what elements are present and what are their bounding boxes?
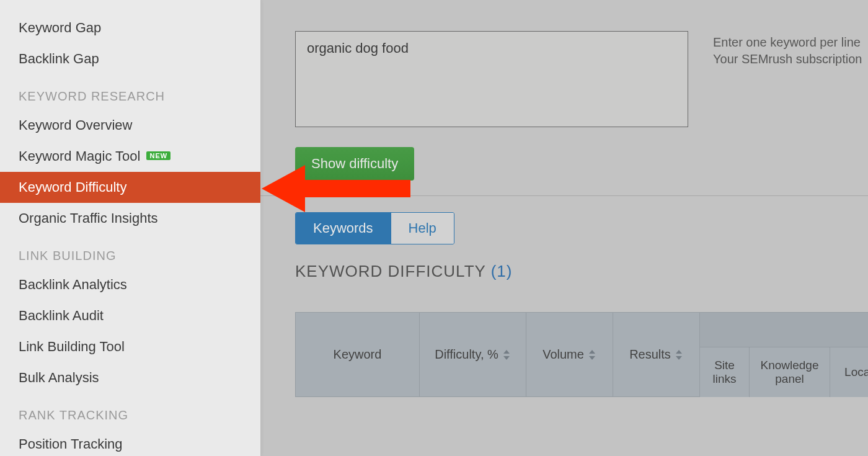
th-serp-features-group — [700, 313, 868, 347]
section-divider — [260, 195, 868, 196]
sidebar-item-keyword-overview[interactable]: Keyword Overview — [0, 110, 260, 141]
th-label: Local pack — [844, 365, 868, 379]
th-knowledge-panel[interactable]: Knowledge panel — [750, 347, 830, 397]
th-site-links[interactable]: Site links — [700, 347, 750, 397]
sidebar-item-link-building-tool[interactable]: Link Building Tool — [0, 331, 260, 362]
tab-keywords[interactable]: Keywords — [296, 213, 391, 244]
th-label: Knowledge panel — [753, 359, 826, 386]
sidebar-item-backlink-gap[interactable]: Backlink Gap — [0, 43, 260, 74]
sidebar-section-keyword-research: KEYWORD RESEARCH — [0, 74, 260, 110]
th-label: Keyword — [334, 347, 382, 362]
sidebar-item-label: Position Tracking — [19, 436, 123, 452]
sidebar-item-label: Backlink Analytics — [19, 277, 127, 293]
sidebar-item-backlink-audit[interactable]: Backlink Audit — [0, 300, 260, 331]
sidebar-item-label: Keyword Gap — [19, 20, 101, 36]
sidebar-item-label: Backlink Gap — [19, 51, 99, 67]
new-badge: new — [146, 151, 170, 160]
th-keyword[interactable]: Keyword — [296, 313, 420, 397]
hint-line-2: Your SEMrush subscription — [713, 51, 862, 68]
sort-icon — [502, 349, 511, 360]
section-title-text: KEYWORD DIFFICULTY — [295, 262, 485, 280]
th-label: Difficulty, % — [435, 347, 498, 362]
sidebar-item-keyword-difficulty[interactable]: Keyword Difficulty — [0, 172, 260, 203]
th-volume[interactable]: Volume — [526, 313, 613, 397]
sidebar-item-organic-traffic-insights[interactable]: Organic Traffic Insights — [0, 203, 260, 234]
sort-icon — [588, 349, 596, 360]
keywords-textarea[interactable] — [295, 31, 688, 127]
sidebar-item-bulk-analysis[interactable]: Bulk Analysis — [0, 362, 260, 393]
th-local-pack[interactable]: Local pack — [830, 347, 868, 397]
sidebar-item-backlink-analytics[interactable]: Backlink Analytics — [0, 269, 260, 300]
tabs: Keywords Help — [295, 212, 454, 244]
sidebar-item-position-tracking[interactable]: Position Tracking — [0, 429, 260, 456]
sidebar-item-label: Link Building Tool — [19, 339, 125, 355]
sidebar-item-label: Organic Traffic Insights — [19, 210, 158, 226]
sidebar-section-link-building: LINK BUILDING — [0, 234, 260, 269]
th-label: Volume — [542, 347, 584, 362]
sidebar-item-keyword-gap[interactable]: Keyword Gap — [0, 12, 260, 43]
th-label: Site links — [704, 359, 745, 386]
sidebar-section-rank-tracking: RANK TRACKING — [0, 393, 260, 429]
results-table-header: Keyword Difficulty, % Volume Results Sit — [295, 312, 868, 397]
sidebar-item-label: Keyword Overview — [19, 117, 132, 133]
section-title-count: (1) — [491, 262, 513, 280]
sidebar: Keyword Gap Backlink Gap KEYWORD RESEARC… — [0, 0, 260, 456]
hints-text: Enter one keyword per line Your SEMrush … — [713, 34, 862, 68]
section-title: KEYWORD DIFFICULTY (1) — [295, 262, 868, 281]
sidebar-item-label: Keyword Difficulty — [19, 179, 126, 195]
tab-help[interactable]: Help — [391, 213, 454, 244]
sort-icon — [675, 349, 683, 360]
show-difficulty-button[interactable]: Show difficulty — [295, 147, 414, 181]
main-content: Enter one keyword per line Your SEMrush … — [260, 0, 868, 456]
hint-line-1: Enter one keyword per line — [713, 34, 862, 51]
sidebar-item-label: Keyword Magic Tool — [19, 148, 140, 164]
th-results[interactable]: Results — [613, 313, 700, 397]
th-label: Results — [629, 347, 671, 362]
sidebar-item-label: Bulk Analysis — [19, 370, 99, 386]
sidebar-item-label: Backlink Audit — [19, 308, 104, 324]
th-difficulty[interactable]: Difficulty, % — [420, 313, 526, 397]
sidebar-item-keyword-magic-tool[interactable]: Keyword Magic Tool new — [0, 141, 260, 172]
